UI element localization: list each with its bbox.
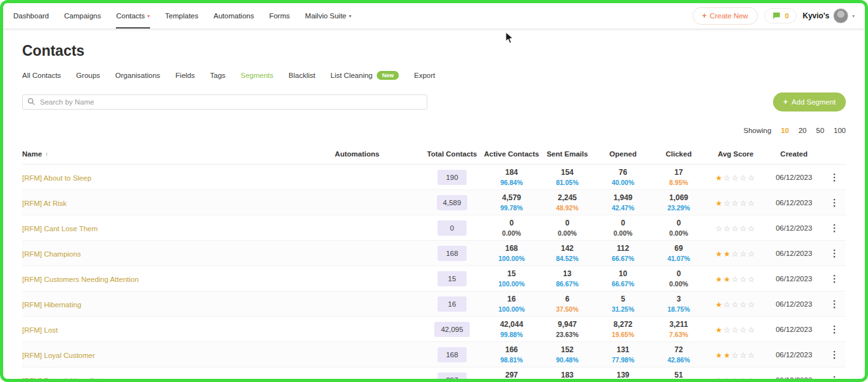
showing-label: Showing (743, 127, 771, 134)
active-stat-cell: 168100.00% (484, 244, 539, 262)
tab-fields[interactable]: Fields (175, 72, 195, 79)
star-icon: ☆ (724, 300, 732, 309)
header-created: Created (765, 150, 823, 158)
segment-name-link[interactable]: [RFM] Customers Needing Attention (22, 276, 139, 283)
table-row: [RFM] Champions168168100.00%14284.52%112… (22, 241, 846, 266)
clicked-value: 0 (651, 269, 707, 278)
sent-percent: 84.52% (539, 255, 595, 262)
tab-organisations[interactable]: Organisations (115, 72, 160, 79)
nav-campaigns[interactable]: Campaigns (64, 3, 101, 29)
row-menu-button[interactable]: ⋮ (826, 272, 843, 286)
row-menu-button[interactable]: ⋮ (826, 322, 843, 336)
row-menu-button[interactable]: ⋮ (826, 348, 843, 362)
opened-value: 76 (595, 168, 651, 177)
tab-blacklist[interactable]: Blacklist (289, 72, 315, 79)
sent-stat-cell: 637.50% (539, 295, 595, 313)
star-icon: ☆ (732, 275, 740, 284)
sent-value: 152 (539, 345, 595, 354)
table-header: Name ↑ Automations Total Contacts Active… (22, 144, 846, 165)
row-menu-button[interactable]: ⋮ (826, 297, 843, 311)
tab-all-contacts[interactable]: All Contacts (22, 72, 61, 79)
header-clicked: Clicked (651, 150, 707, 158)
created-date: 06/12/2023 (765, 300, 823, 308)
sent-stat-cell: 18361.62% (539, 371, 595, 382)
sent-percent: 23.63% (539, 331, 595, 338)
top-navbar: Dashboard Campaigns Contacts ▾ Templates… (3, 3, 865, 29)
active-stat-cell: 16100.00% (484, 295, 539, 313)
page-title: Contacts (22, 42, 846, 60)
clicked-stat-cell: 00.00% (651, 219, 707, 237)
clicked-percent: 0.00% (651, 280, 707, 288)
clicked-percent: 8.95% (651, 179, 707, 186)
tab-tags[interactable]: Tags (210, 72, 225, 79)
search-icon (27, 98, 35, 106)
nav-forms[interactable]: Forms (269, 3, 290, 29)
tab-segments[interactable]: Segments (241, 72, 274, 79)
navbar-right: + Create New 0 Kyvio's ▾ (693, 7, 855, 25)
page-size-50[interactable]: 50 (816, 127, 824, 134)
chat-notifications-button[interactable]: 0 (764, 8, 796, 23)
clicked-stat-cell: 1,06923.29% (651, 193, 707, 212)
opened-percent: 0.00% (595, 229, 651, 237)
page-size-100[interactable]: 100 (834, 127, 846, 134)
row-menu-button[interactable]: ⋮ (826, 221, 843, 235)
star-icon: ☆ (748, 199, 756, 208)
created-date: 06/12/2023 (765, 351, 823, 359)
opened-percent: 31.25% (595, 305, 651, 313)
created-date: 06/12/2023 (765, 250, 823, 257)
page-size-10[interactable]: 10 (781, 127, 789, 134)
segment-name-link[interactable]: [RFM] Loyal Customer (22, 352, 95, 359)
create-new-button[interactable]: + Create New (693, 7, 758, 25)
account-menu[interactable]: Kyvio's ▾ (803, 8, 855, 23)
segment-name-link[interactable]: [RFM] Potential Loyalist (22, 377, 99, 382)
star-icon: ☆ (715, 224, 724, 233)
segment-name-link[interactable]: [RFM] Lost (22, 326, 58, 334)
star-icon: ☆ (739, 351, 748, 360)
add-segment-button[interactable]: + Add Segment (773, 92, 846, 111)
nav-mailvio-suite[interactable]: Mailvio Suite ▾ (305, 3, 351, 29)
table-row: [RFM] Potential Loyalist297297100.00%183… (22, 367, 846, 382)
star-icon: ★ (724, 351, 732, 360)
row-menu-button[interactable]: ⋮ (826, 373, 843, 382)
sent-stat-cell: 1386.67% (539, 269, 595, 288)
row-menu-button[interactable]: ⋮ (826, 246, 843, 260)
star-icon: ☆ (732, 174, 740, 182)
clicked-value: 1,069 (651, 193, 707, 202)
nav-dashboard[interactable]: Dashboard (13, 3, 49, 29)
opened-stat-cell: 1066.67% (595, 269, 651, 288)
nav-contacts[interactable]: Contacts ▾ (116, 3, 149, 29)
nav-templates[interactable]: Templates (165, 3, 198, 29)
row-menu-button[interactable]: ⋮ (826, 170, 843, 184)
row-menu-button[interactable]: ⋮ (826, 196, 843, 210)
sort-ascending-icon[interactable]: ↑ (45, 151, 48, 158)
star-icon: ★ (715, 376, 724, 382)
page-size-selector: Showing 10 20 50 100 (22, 127, 846, 134)
segment-name-link[interactable]: [RFM] Champions (22, 250, 81, 258)
star-icon: ☆ (748, 351, 756, 360)
segment-name-link[interactable]: [RFM] Hibernating (22, 301, 81, 309)
nav-automations[interactable]: Automations (213, 3, 254, 29)
active-stat-cell: 4,57999.78% (484, 193, 539, 212)
segment-name-link[interactable]: [RFM] About to Sleep (22, 174, 91, 182)
contacts-tabs: All Contacts Groups Organisations Fields… (22, 71, 846, 80)
star-icon: ☆ (732, 326, 740, 334)
star-icon: ☆ (732, 250, 740, 258)
active-percent: 100.00% (484, 255, 539, 262)
page-size-20[interactable]: 20 (798, 127, 807, 134)
table-row: [RFM] Lost42,09542,04499.88%9,94723.63%8… (22, 317, 846, 342)
opened-value: 139 (595, 371, 651, 379)
tab-export[interactable]: Export (414, 72, 435, 79)
tab-groups[interactable]: Groups (76, 72, 100, 79)
active-stat-cell: 42,04499.88% (484, 320, 539, 338)
chevron-down-icon: ▾ (349, 13, 351, 19)
sent-stat-cell: 9,94723.63% (539, 320, 595, 338)
table-row: [RFM] Hibernating1616100.00%637.50%531.2… (22, 291, 846, 317)
segment-name-link[interactable]: [RFM] Cant Lose Them (22, 225, 97, 232)
sent-percent: 81.05% (539, 179, 595, 186)
opened-stat-cell: 11266.67% (595, 244, 651, 262)
tab-list-cleaning[interactable]: List Cleaning New (330, 71, 399, 80)
segment-name-link[interactable]: [RFM] At Risk (22, 200, 66, 207)
search-input[interactable] (22, 94, 427, 110)
sent-value: 13 (539, 269, 595, 278)
star-icon: ☆ (724, 224, 732, 233)
